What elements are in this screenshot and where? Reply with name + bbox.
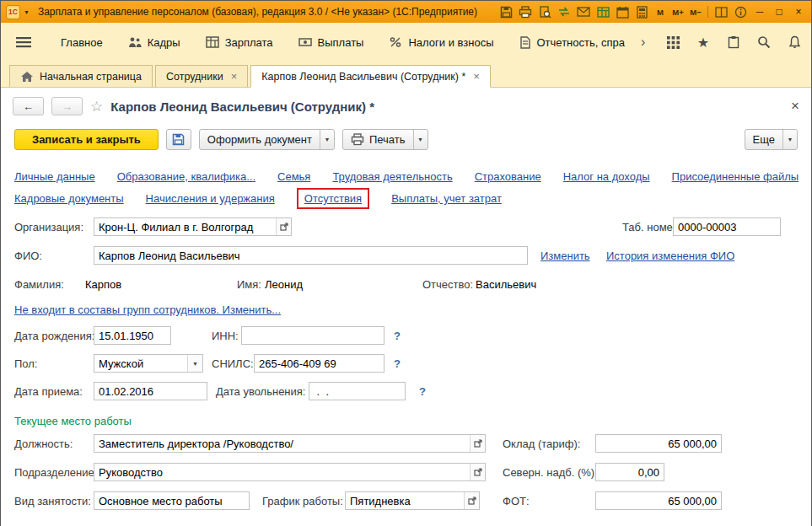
change-fio-link[interactable]: Изменить — [540, 250, 590, 262]
snils-help-icon[interactable]: ? — [394, 357, 401, 370]
position-field — [94, 434, 486, 453]
nav-link-family[interactable]: Семья — [277, 170, 310, 183]
maximize-button[interactable]: □ — [770, 3, 788, 20]
menu-item-reports[interactable]: Отчетность, спра — [507, 30, 637, 55]
nav-link-accruals[interactable]: Начисления и удержания — [146, 192, 275, 205]
red-highlight-box: Отсутствия — [297, 188, 369, 209]
tab-close-icon[interactable]: × — [471, 70, 480, 83]
save-button[interactable] — [166, 129, 191, 150]
system-menu-caret-icon[interactable]: ▼ — [24, 9, 30, 15]
close-window-button[interactable]: × — [789, 3, 808, 20]
chevron-down-icon[interactable]: ▼ — [320, 130, 334, 149]
fio-history-link[interactable]: История изменения ФИО — [606, 250, 734, 262]
menu-item-salary[interactable]: Зарплата — [193, 30, 286, 55]
position-input[interactable] — [94, 435, 470, 452]
people-icon — [128, 36, 142, 48]
patronymic-label: Отчество: — [422, 278, 473, 291]
banknote-icon — [298, 36, 312, 48]
favorites-star-icon[interactable]: ★ — [695, 34, 712, 51]
add-favorite-star-icon[interactable]: ☆ — [90, 98, 103, 115]
save-and-close-button[interactable]: Записать и закрыть — [14, 129, 159, 150]
tab-employee-card[interactable]: Карпов Леонид Васильевич (Сотрудник) * × — [250, 65, 491, 88]
snils-input[interactable] — [254, 354, 384, 373]
back-button[interactable]: ← — [13, 97, 44, 115]
department-label: Подразделение: — [14, 466, 97, 479]
termination-help-icon[interactable]: ? — [419, 385, 426, 398]
open-position-icon[interactable] — [470, 435, 485, 452]
print-button[interactable]: Печать ▼ — [342, 129, 428, 150]
salary-input[interactable] — [595, 434, 722, 453]
tile-windows-icon[interactable] — [712, 3, 730, 20]
tab-number-input[interactable] — [673, 217, 781, 236]
north-bonus-input[interactable] — [595, 463, 664, 481]
home-icon — [20, 71, 34, 83]
inn-input[interactable] — [241, 326, 384, 345]
print-icon[interactable] — [516, 3, 535, 20]
close-form-icon[interactable]: × — [791, 98, 799, 115]
table-icon[interactable] — [594, 3, 612, 20]
nav-link-payments-costs[interactable]: Выплаты, учет затрат — [391, 192, 502, 205]
save-icon[interactable] — [497, 3, 515, 20]
work-schedule-input[interactable] — [346, 492, 464, 509]
work-schedule-field — [345, 491, 480, 510]
nav-link-education[interactable]: Образование, квалифика... — [117, 170, 255, 183]
info-icon[interactable] — [731, 3, 750, 20]
birth-date-input[interactable] — [94, 326, 171, 345]
nav-link-work-activity[interactable]: Трудовая деятельность — [332, 170, 452, 183]
gender-dropdown-icon[interactable]: ▼ — [187, 355, 202, 372]
data-exchange-icon[interactable] — [555, 3, 573, 20]
nav-link-absences[interactable]: Отсутствия — [304, 192, 362, 205]
nav-link-personal-data[interactable]: Личные данные — [14, 170, 95, 183]
fot-input[interactable] — [595, 491, 722, 510]
memory-recall-button[interactable]: M — [652, 3, 669, 20]
employee-groups-link[interactable]: Не входит в составы групп сотрудников. И… — [14, 303, 281, 316]
tab-employees[interactable]: Сотрудники × — [155, 65, 248, 88]
menu-item-main[interactable]: Главное — [48, 30, 116, 55]
nav-links-row1: Личные данные Образование, квалифика... … — [14, 169, 803, 184]
nav-link-attached-files[interactable]: Присоединенные файлы — [672, 170, 799, 183]
menu-item-taxes[interactable]: Налоги и взносы — [376, 30, 506, 55]
open-department-icon[interactable] — [470, 464, 485, 480]
north-bonus-label: Северн. надб. (%): — [503, 466, 598, 479]
memory-plus-button[interactable]: M+ — [669, 3, 686, 20]
calculator-icon[interactable] — [632, 3, 651, 20]
hire-date-input[interactable] — [94, 382, 207, 400]
all-functions-grid-icon[interactable] — [664, 34, 681, 51]
print-preview-icon[interactable] — [535, 3, 554, 20]
main-menu-icon[interactable] — [13, 31, 35, 53]
nav-link-income-tax[interactable]: Налог на доходы — [563, 170, 650, 183]
work-schedule-label: График работы: — [262, 495, 343, 507]
inn-help-icon[interactable]: ? — [394, 330, 401, 342]
gender-label: Пол: — [14, 357, 38, 370]
mail-icon[interactable] — [574, 3, 593, 20]
termination-date-input[interactable] — [309, 382, 406, 400]
employment-type-input[interactable] — [94, 491, 250, 510]
menu-item-label: Отчетность, спра — [537, 36, 625, 49]
tab-close-icon[interactable]: × — [229, 70, 238, 83]
menu-overflow-icon[interactable]: › — [637, 35, 648, 50]
gender-input[interactable] — [94, 355, 187, 372]
menu-item-hr[interactable]: Кадры — [116, 30, 193, 55]
chevron-down-icon[interactable]: ▼ — [782, 130, 797, 149]
nav-link-insurance[interactable]: Страхование — [475, 170, 541, 183]
department-input[interactable] — [94, 464, 470, 480]
create-document-button[interactable]: Оформить документ ▼ — [199, 129, 335, 150]
notifications-bell-icon[interactable] — [786, 34, 803, 51]
memory-minus-button[interactable]: M− — [687, 3, 704, 20]
chevron-down-icon[interactable]: ▼ — [413, 130, 428, 149]
open-organization-icon[interactable] — [276, 218, 291, 235]
organization-input[interactable] — [94, 218, 276, 235]
history-clipboard-icon[interactable] — [725, 34, 742, 51]
forward-button[interactable]: → — [51, 97, 83, 115]
percent-icon — [389, 36, 402, 48]
minimize-button[interactable]: ─ — [750, 3, 769, 20]
more-button[interactable]: Еще ▼ — [745, 129, 798, 150]
search-icon[interactable] — [756, 34, 772, 51]
tab-home[interactable]: Начальная страница — [9, 65, 153, 88]
fio-input[interactable] — [94, 246, 528, 265]
menu-item-payments[interactable]: Выплаты — [286, 30, 377, 55]
open-schedule-icon[interactable] — [464, 492, 479, 509]
salary-table-icon — [206, 36, 219, 48]
calendar-icon[interactable] — [613, 3, 632, 20]
nav-link-hr-documents[interactable]: Кадровые документы — [14, 192, 124, 205]
